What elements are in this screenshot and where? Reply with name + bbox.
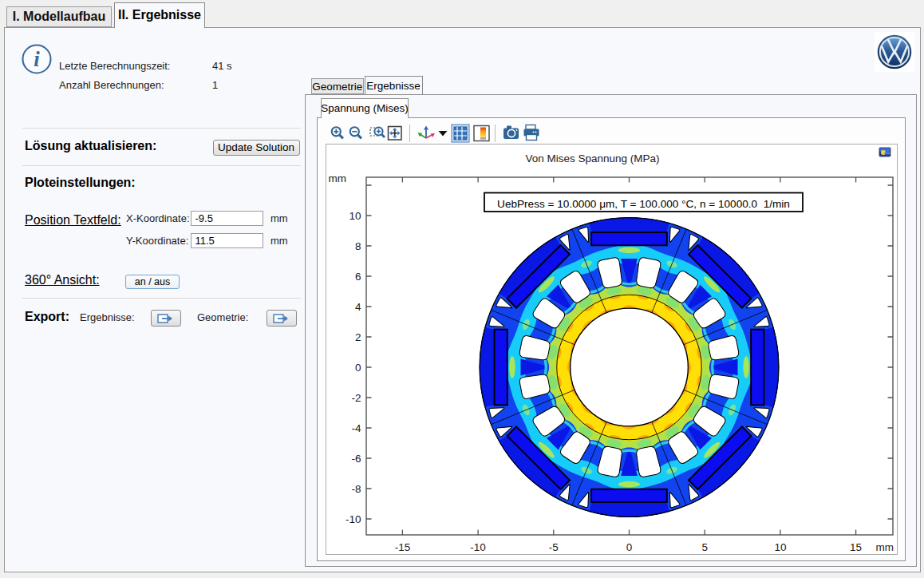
svg-text:-8: -8 <box>351 483 361 495</box>
svg-text:i: i <box>34 47 40 71</box>
svg-text:-10: -10 <box>470 541 486 553</box>
svg-text:10: 10 <box>774 541 786 553</box>
svg-text:15: 15 <box>850 541 862 553</box>
svg-text:0: 0 <box>626 541 632 553</box>
svg-text:8: 8 <box>354 240 361 252</box>
svg-text:10: 10 <box>349 210 361 222</box>
svg-text:-10: -10 <box>345 513 361 525</box>
svg-text:mm: mm <box>328 172 346 184</box>
svg-text:4: 4 <box>354 301 361 313</box>
svg-text:Von Mises Spannung (MPa): Von Mises Spannung (MPa) <box>525 152 659 164</box>
svg-text:6: 6 <box>354 271 361 283</box>
svg-text:-4: -4 <box>351 422 361 434</box>
svg-text:-6: -6 <box>351 453 361 465</box>
svg-text:5: 5 <box>701 541 708 553</box>
svg-text:UebPress = 10.0000 μm, T = 100: UebPress = 10.0000 μm, T = 100.000 °C, n… <box>497 198 790 210</box>
svg-text:-2: -2 <box>351 392 361 404</box>
svg-text:0: 0 <box>354 362 361 374</box>
svg-text:2: 2 <box>354 331 361 343</box>
svg-text:-15: -15 <box>394 541 410 553</box>
svg-text:-5: -5 <box>548 541 558 553</box>
svg-text:mm: mm <box>875 541 894 553</box>
